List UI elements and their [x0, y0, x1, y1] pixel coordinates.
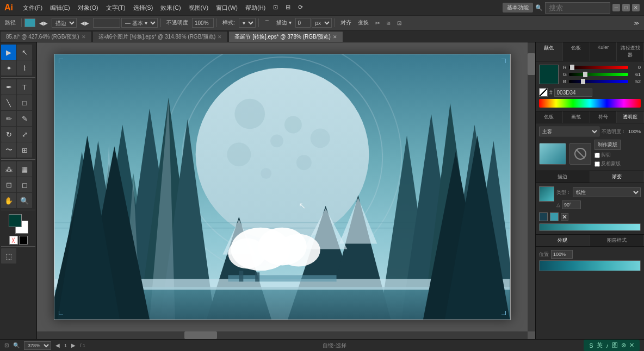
workspace-button[interactable]: 基本功能 — [503, 3, 533, 12]
warp-tool[interactable]: 〜 — [1, 142, 16, 158]
magic-wand-tool[interactable]: ✦ — [1, 60, 16, 76]
menu-type[interactable]: 文字(T) — [103, 3, 129, 13]
menu-icon3[interactable]: ⟳ — [295, 3, 306, 13]
brush-tab[interactable]: 画笔 — [563, 111, 590, 123]
color-tab[interactable]: 颜色 — [536, 42, 563, 61]
column-chart[interactable]: ▦ — [17, 161, 32, 177]
menu-icon1[interactable]: ⊡ — [270, 3, 281, 13]
clip-checkbox[interactable] — [595, 153, 600, 158]
style-select[interactable]: ▾ — [239, 18, 256, 28]
fg-bg-swatches[interactable] — [9, 214, 28, 234]
prev-page[interactable]: ◀ — [55, 342, 60, 348]
none-swatch[interactable]: ╳ — [9, 236, 18, 245]
opacity-input[interactable] — [192, 18, 214, 28]
symbol-tab[interactable]: Kuler — [590, 42, 617, 61]
close-button[interactable]: ✕ — [632, 4, 640, 11]
black-swatch[interactable] — [19, 236, 28, 245]
g-thumb[interactable] — [583, 72, 587, 77]
select-tool[interactable]: ▶ — [1, 45, 16, 60]
artboard-tool[interactable]: ⬚ — [1, 248, 16, 264]
eraser-tool[interactable]: ◻ — [17, 177, 32, 192]
b-thumb[interactable] — [581, 79, 585, 84]
menu-object[interactable]: 对象(O) — [75, 3, 102, 13]
stroke-style[interactable]: — 基本 ▾ — [121, 18, 158, 28]
tab-2-close[interactable]: ✕ — [333, 34, 337, 40]
line-tool[interactable]: ╲ — [1, 95, 16, 110]
position-input[interactable] — [551, 250, 573, 259]
zoom-select[interactable]: 378% — [24, 341, 51, 350]
gradient-options[interactable] — [561, 213, 568, 221]
tab-1[interactable]: 运动6个图片 [转换].eps* @ 314.88% (RGB/预览) ✕ — [92, 31, 228, 42]
corner-value[interactable] — [295, 18, 311, 28]
menu-select[interactable]: 选择(S) — [130, 3, 157, 13]
paintbrush-tool[interactable]: ✏ — [1, 111, 16, 126]
menu-edit[interactable]: 编辑(E) — [47, 3, 73, 13]
scale-tool[interactable]: ⤢ — [17, 127, 32, 142]
hex-input[interactable] — [554, 89, 592, 97]
direct-select-tool[interactable]: ↖ — [17, 45, 32, 60]
pen-tool[interactable]: ✒ — [1, 79, 16, 95]
stroke-tab[interactable]: 描边 — [536, 171, 590, 183]
zoom-tool[interactable]: 🔍 — [17, 193, 32, 208]
make-mask-button[interactable]: 制作蒙版 — [595, 140, 621, 150]
shape-tool[interactable]: □ — [17, 95, 32, 110]
color-main-box[interactable] — [539, 65, 559, 84]
symbol-spray[interactable]: ⁂ — [1, 161, 16, 177]
h-scroll-thumb[interactable] — [184, 331, 217, 339]
expand-icon[interactable]: ≫ — [631, 19, 642, 27]
slice-tool[interactable]: ⊡ — [1, 177, 16, 192]
tab-2[interactable]: 圣诞节 [转换].eps* @ 378% (RGB/预览) ✕ — [228, 31, 343, 42]
gradient-type-select[interactable]: 线性 — [573, 187, 641, 197]
canvas-area[interactable]: ↖ — [37, 42, 535, 339]
menu-file[interactable]: 文件(F) — [20, 3, 46, 13]
hand-tool[interactable]: ✋ — [1, 193, 16, 208]
type-tool[interactable]: T — [17, 79, 32, 95]
blend-mode-select[interactable]: 主客 — [539, 127, 599, 136]
rotate-tool[interactable]: ↻ — [1, 127, 16, 142]
stop-color-1[interactable] — [539, 212, 548, 221]
b-track[interactable] — [569, 80, 628, 83]
tab-1-close[interactable]: ✕ — [218, 34, 222, 40]
pencil-tool[interactable]: ✎ — [17, 111, 32, 126]
final-gradient-bar[interactable] — [539, 260, 641, 271]
graphic-styles-tab[interactable]: 图层样式 — [590, 235, 645, 246]
r-thumb[interactable] — [570, 65, 574, 70]
artboard[interactable]: ↖ — [54, 54, 511, 320]
maximize-button[interactable]: □ — [622, 4, 630, 11]
g-track[interactable] — [569, 73, 628, 76]
fg-swatch[interactable] — [9, 214, 22, 227]
angle-input[interactable] — [562, 200, 581, 209]
menu-effect[interactable]: 效果(C) — [157, 3, 184, 13]
menu-view[interactable]: 视图(V) — [185, 3, 212, 13]
lasso-tool[interactable]: ⌇ — [17, 60, 32, 76]
r-track[interactable] — [569, 66, 628, 69]
v-scroll-thumb[interactable] — [528, 53, 535, 75]
color-tab2[interactable]: 色板 — [536, 111, 563, 123]
hex-bw-box[interactable] — [539, 88, 548, 97]
menu-icon2[interactable]: ⊞ — [282, 3, 294, 13]
invert-checkbox[interactable] — [595, 161, 600, 167]
swatch-tab[interactable]: 色板 — [563, 42, 590, 61]
minimize-button[interactable]: ─ — [612, 4, 620, 11]
transparency-tab[interactable]: 透明度 — [617, 111, 644, 123]
next-page[interactable]: ▶ — [71, 342, 76, 348]
gradient-bar[interactable] — [539, 223, 641, 231]
gradient-tab[interactable]: 渐变 — [590, 171, 645, 183]
vertical-scrollbar[interactable] — [528, 42, 535, 331]
symbol-tab2[interactable]: 符号 — [590, 111, 617, 123]
menu-help[interactable]: 帮助(H) — [242, 3, 269, 13]
search-input[interactable] — [545, 2, 610, 14]
stroke-input[interactable] — [93, 18, 120, 28]
stop-color-2[interactable] — [550, 212, 559, 221]
unit-select[interactable]: px — [312, 18, 332, 28]
tab-0-close[interactable]: ✕ — [82, 34, 86, 40]
free-transform[interactable]: ⊞ — [17, 142, 32, 158]
path-tab[interactable]: 路径查找器 — [617, 42, 644, 61]
tab-0[interactable]: 85.ai* @ 427.64% (RGB/预览) ✕ — [0, 31, 92, 42]
color-spectrum[interactable] — [539, 99, 641, 108]
menu-window[interactable]: 窗口(W) — [213, 3, 241, 13]
horizontal-scrollbar[interactable] — [37, 331, 528, 339]
stroke-select[interactable]: 描边 — [52, 18, 77, 28]
appearance-tab[interactable]: 外观 — [536, 235, 590, 246]
gradient-preview[interactable] — [539, 186, 554, 202]
